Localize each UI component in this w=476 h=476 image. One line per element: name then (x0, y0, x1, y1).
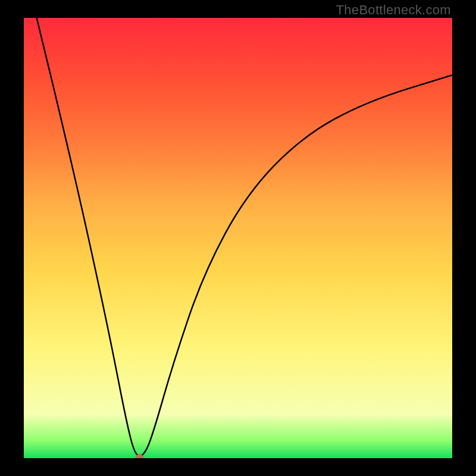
chart-container: TheBottleneck.com (0, 0, 476, 476)
plot-area (24, 18, 452, 458)
bottleneck-curve (37, 18, 452, 456)
curve-svg (24, 18, 452, 458)
watermark-text: TheBottleneck.com (336, 2, 451, 18)
